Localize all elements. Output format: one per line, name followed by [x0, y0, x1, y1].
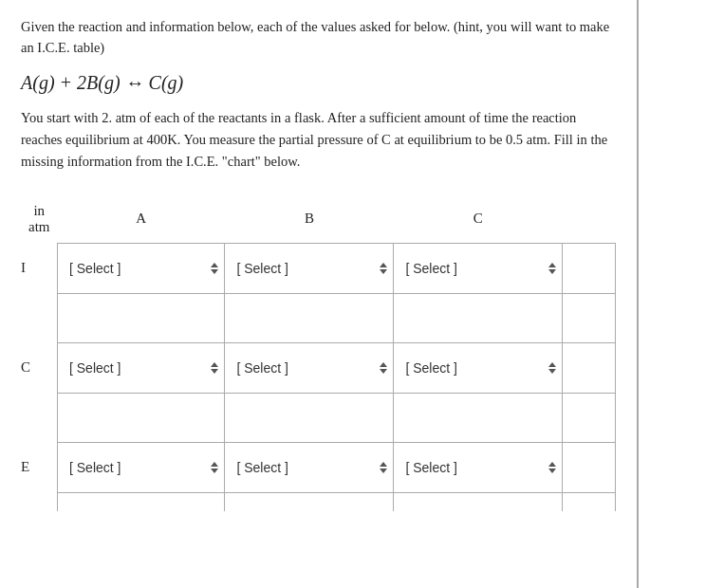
- intro-text: Given the reaction and information below…: [21, 17, 616, 59]
- row-c-col-c-cell: [ Select ] 0 0.5 1.0 1.5 2.0 -0.5 -1.0 +…: [394, 342, 563, 393]
- header-col-a: A: [58, 199, 225, 243]
- row-c-extra: [563, 342, 616, 393]
- spacer-2-extra: [563, 393, 616, 442]
- row-i-col-a-wrapper: [ Select ] 0 0.5 1.0 1.5 2.0 -0.5 -1.0 +…: [58, 244, 224, 293]
- row-e-col-a-select[interactable]: [ Select ] 0 0.5 1.0 1.5 2.0 -0.5 -1.0 +…: [58, 443, 224, 492]
- row-c-col-c-wrapper: [ Select ] 0 0.5 1.0 1.5 2.0 -0.5 -1.0 +…: [394, 343, 562, 393]
- row-i: I [ Select ] 0 0.5 1.0 1.5 2.0 -0.5: [21, 243, 616, 293]
- row-i-col-b-select[interactable]: [ Select ] 0 0.5 1.0 1.5 2.0 -0.5 -1.0 +…: [225, 244, 393, 293]
- row-i-label: I: [21, 243, 58, 293]
- spacer-row-2: [21, 393, 616, 442]
- row-c-col-a-cell: [ Select ] 0 0.5 1.0 1.5 2.0 -0.5 -1.0 +…: [58, 342, 225, 393]
- row-i-col-c-cell: [ Select ] 0 0.5 1.0 1.5 2.0 -0.5 -1.0 +…: [394, 243, 563, 293]
- main-content: Given the reaction and information below…: [0, 0, 639, 588]
- row-i-col-a-cell: [ Select ] 0 0.5 1.0 1.5 2.0 -0.5 -1.0 +…: [58, 243, 225, 293]
- row-e-col-b-wrapper: [ Select ] 0 0.5 1.0 1.5 2.0 -0.5 -1.0 +…: [225, 443, 393, 492]
- row-i-extra: [563, 243, 616, 293]
- row-c-label: C: [21, 342, 58, 393]
- equation-display: A(g) + 2B(g) ↔ C(g): [21, 72, 616, 94]
- spacer-1-a: [58, 293, 225, 342]
- row-c-col-c-select[interactable]: [ Select ] 0 0.5 1.0 1.5 2.0 -0.5 -1.0 +…: [394, 343, 562, 393]
- spacer-2-b: [225, 393, 394, 442]
- spacer-row-1: [21, 293, 616, 342]
- row-i-col-c-wrapper: [ Select ] 0 0.5 1.0 1.5 2.0 -0.5 -1.0 +…: [394, 244, 562, 293]
- spacer-row-bottom: [21, 492, 616, 511]
- row-i-col-c-select[interactable]: [ Select ] 0 0.5 1.0 1.5 2.0 -0.5 -1.0 +…: [394, 244, 562, 293]
- row-c-col-b-cell: [ Select ] 0 0.5 1.0 1.5 2.0 -0.5 -1.0 +…: [225, 342, 394, 393]
- row-e-col-b-select[interactable]: [ Select ] 0 0.5 1.0 1.5 2.0 -0.5 -1.0 +…: [225, 443, 393, 492]
- row-e: E [ Select ] 0 0.5 1.0 1.5 2.0 -0.5: [21, 442, 616, 492]
- row-e-col-a-wrapper: [ Select ] 0 0.5 1.0 1.5 2.0 -0.5 -1.0 +…: [58, 443, 224, 492]
- header-col-b: B: [225, 199, 394, 243]
- spacer-1-b: [225, 293, 394, 342]
- row-c-col-b-select[interactable]: [ Select ] 0 0.5 1.0 1.5 2.0 -0.5 -1.0 +…: [225, 343, 393, 393]
- row-c-col-b-wrapper: [ Select ] 0 0.5 1.0 1.5 2.0 -0.5 -1.0 +…: [225, 343, 393, 393]
- right-sidebar: [639, 0, 724, 588]
- row-i-col-b-wrapper: [ Select ] 0 0.5 1.0 1.5 2.0 -0.5 -1.0 +…: [225, 244, 393, 293]
- spacer-1-extra: [563, 293, 616, 342]
- spacer-2-c: [394, 393, 563, 442]
- row-c: C [ Select ] 0 0.5 1.0 1.5 2.0 -0.5: [21, 342, 616, 393]
- spacer-2-a: [58, 393, 225, 442]
- row-i-col-b-cell: [ Select ] 0 0.5 1.0 1.5 2.0 -0.5 -1.0 +…: [225, 243, 394, 293]
- spacer-1-c: [394, 293, 563, 342]
- row-e-extra: [563, 442, 616, 492]
- row-e-col-a-cell: [ Select ] 0 0.5 1.0 1.5 2.0 -0.5 -1.0 +…: [58, 442, 225, 492]
- row-i-col-a-select[interactable]: [ Select ] 0 0.5 1.0 1.5 2.0 -0.5 -1.0 +…: [58, 244, 224, 293]
- row-e-col-b-cell: [ Select ] 0 0.5 1.0 1.5 2.0 -0.5 -1.0 +…: [225, 442, 394, 492]
- description-text: You start with 2. atm of each of the rea…: [21, 107, 616, 174]
- row-e-col-c-select[interactable]: [ Select ] 0 0.5 1.0 1.5 2.0 -0.5 -1.0 +…: [394, 443, 562, 492]
- row-e-col-c-cell: [ Select ] 0 0.5 1.0 1.5 2.0 -0.5 -1.0 +…: [394, 442, 563, 492]
- page-container: Given the reaction and information below…: [0, 0, 724, 588]
- header-in-atm: in atm: [21, 199, 58, 243]
- header-extra: [563, 199, 616, 243]
- row-c-col-a-select[interactable]: [ Select ] 0 0.5 1.0 1.5 2.0 -0.5 -1.0 +…: [58, 343, 224, 393]
- ice-table: in atm A B C I [ Select ]: [21, 199, 616, 511]
- row-e-label: E: [21, 442, 58, 492]
- header-col-c: C: [394, 199, 563, 243]
- row-c-col-a-wrapper: [ Select ] 0 0.5 1.0 1.5 2.0 -0.5 -1.0 +…: [58, 343, 224, 393]
- row-e-col-c-wrapper: [ Select ] 0 0.5 1.0 1.5 2.0 -0.5 -1.0 +…: [394, 443, 562, 492]
